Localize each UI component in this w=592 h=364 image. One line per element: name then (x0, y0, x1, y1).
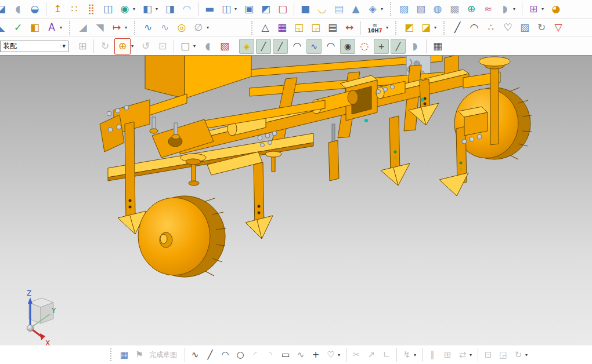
shell-button[interactable]: ◫ (219, 2, 234, 17)
pin-surface-button[interactable]: ▽ (551, 20, 566, 35)
cone-button[interactable]: ▲ (348, 2, 363, 17)
mirror-curve-button[interactable]: ⇄ (456, 348, 470, 362)
lock-a-button[interactable]: ◩ (402, 20, 417, 35)
dimension-pick-button[interactable]: ↦ (109, 20, 124, 35)
tolerance-triangle-button[interactable]: △ (258, 20, 273, 35)
sphere-dropdown-arrow[interactable]: ▾ (381, 6, 386, 12)
trim-body-button[interactable]: ◫ (100, 2, 115, 17)
dashed-body-button[interactable]: ▢ (275, 2, 290, 17)
move-face-button[interactable]: ⊞ (526, 2, 541, 17)
pattern-curve-button[interactable]: ⊞ (441, 348, 454, 362)
coil-spring-button[interactable]: ∿ (140, 20, 156, 35)
geometric-constraints-button[interactable]: ∥ (425, 348, 439, 362)
snap-arc-button[interactable]: ◠ (323, 39, 338, 54)
snap-quadrant-button[interactable]: ◌ (357, 39, 372, 54)
fillet-button[interactable]: ◜ (248, 348, 262, 362)
snap-spline-button[interactable]: ∿ (306, 39, 322, 54)
circles-set-button[interactable]: ◲ (308, 20, 323, 35)
snap-existing-button[interactable]: ╱ (391, 39, 406, 54)
mirror-curve-dropdown-arrow[interactable]: ▾ (470, 352, 475, 358)
separator[interactable] (110, 348, 113, 361)
extension-spring-button[interactable]: ∿ (157, 20, 172, 35)
verify-button[interactable]: ✓ (10, 20, 26, 35)
point-button[interactable]: + (309, 348, 323, 362)
annotation-abc-dropdown-arrow[interactable]: ▾ (60, 25, 65, 30)
show-edges-button[interactable]: ▧ (217, 39, 232, 54)
heart-curve-button[interactable]: ♡ (500, 20, 515, 35)
extrude-button[interactable]: ↥ (50, 2, 65, 17)
sphere-button[interactable]: ◈ (365, 2, 380, 17)
dish-button[interactable]: ◒ (27, 2, 42, 17)
search-fit-button[interactable]: ∞10H7 (364, 20, 385, 35)
point-cloud-button[interactable]: ∴ (483, 20, 499, 35)
flow-surface-button[interactable]: ≈ (481, 2, 496, 17)
make-corner-button[interactable]: ∟ (380, 348, 394, 362)
rectangle-button[interactable]: ▭ (279, 348, 293, 362)
select-box-button[interactable]: ▢ (178, 39, 193, 54)
quick-extend-button[interactable]: ↗ (364, 348, 378, 362)
sheet-book-dropdown-arrow[interactable]: ▾ (513, 6, 518, 12)
torus-button[interactable]: ◎ (174, 20, 189, 35)
offset-extract-button[interactable]: ⊡ (481, 348, 495, 362)
pattern-feature-button[interactable]: ∷ (67, 2, 82, 17)
rotate-component-button[interactable]: ↺ (138, 39, 153, 54)
lock-b-dropdown-arrow[interactable]: ▾ (434, 25, 439, 30)
sheet-bend-button[interactable]: ◖ (10, 2, 26, 17)
task-combobox[interactable]: 装配 ▼ (0, 41, 68, 52)
hook-curve-button[interactable]: ↻ (534, 20, 549, 35)
curve-gauge-button[interactable]: ⊕ (464, 2, 479, 17)
grid-button[interactable]: ▦ (430, 39, 445, 54)
assembly-constraints-button[interactable]: ⊡ (155, 39, 170, 54)
snap-surface-button[interactable]: ◗ (407, 39, 423, 54)
bend-sheet-button[interactable]: ◡ (315, 2, 330, 17)
annotation-abc-button[interactable]: A (44, 20, 59, 35)
soft-pick-button[interactable]: ◖ (200, 39, 215, 54)
snap-intersection-button[interactable]: + (374, 39, 389, 54)
no-spring-dropdown-arrow[interactable]: ▾ (207, 25, 212, 30)
left-wheel[interactable] (138, 196, 226, 277)
select-box-dropdown-arrow[interactable]: ▾ (193, 43, 198, 49)
offset-curve-button[interactable]: ♡ (324, 348, 338, 362)
sheet-book-button[interactable]: ◗ (497, 2, 512, 17)
move-face-dropdown-arrow[interactable]: ▾ (542, 6, 547, 12)
studio-spline-button[interactable]: ∿ (294, 348, 308, 362)
dimension-style-button[interactable]: ↔ (342, 20, 357, 35)
snap-center-button[interactable]: ◉ (340, 39, 355, 54)
boolean-dropdown-arrow[interactable]: ▾ (133, 6, 138, 12)
pad-button[interactable]: ▤ (331, 2, 346, 17)
patch-surface-button[interactable]: ▨ (517, 20, 532, 35)
shell-dropdown-arrow[interactable]: ▾ (234, 6, 240, 12)
check-model-button[interactable]: ◧ (27, 20, 42, 35)
rapid-dimension-button[interactable]: ↯ (400, 348, 414, 362)
datum-button[interactable]: ◣ (0, 20, 9, 35)
circle-button[interactable]: ○ (233, 348, 247, 362)
ruled-surface-button[interactable]: ▨ (396, 2, 411, 17)
flange-button[interactable]: ◪ (0, 2, 9, 17)
move-component-button[interactable]: ⊕ (114, 38, 131, 54)
replace-component-button[interactable]: ↻ (98, 39, 113, 54)
emboss-button[interactable]: ◩ (258, 2, 273, 17)
pocket-button[interactable]: ▣ (241, 2, 257, 17)
finish-sketch-flag-button[interactable]: ⚑ (132, 348, 146, 362)
search-fit-dropdown-arrow[interactable]: ▾ (386, 25, 391, 30)
derived-lines-button[interactable]: ◲ (496, 348, 510, 362)
snap-endpoint-button[interactable]: ╱ (256, 39, 271, 54)
slab-button[interactable]: ▬ (202, 2, 217, 17)
combobox-arrow-icon[interactable]: ▼ (60, 44, 68, 49)
deform-body-button[interactable]: ◕ (548, 2, 564, 17)
line-2pt-button[interactable]: ╱ (450, 20, 465, 35)
quick-trim-button[interactable]: ✂ (349, 348, 363, 362)
reattach-dropdown-arrow[interactable]: ▾ (525, 352, 530, 358)
arc-3pt-button[interactable]: ◠ (467, 20, 482, 35)
snap-point-button[interactable]: ◈ (239, 39, 254, 54)
snap-fillet-button[interactable]: ◠ (290, 39, 305, 54)
3d-viewport-canvas[interactable]: Z Y X (0, 56, 592, 345)
rapid-dimension-dropdown-arrow[interactable]: ▾ (414, 352, 419, 358)
profile-button[interactable]: ∿ (188, 348, 202, 362)
line-button[interactable]: ╱ (203, 348, 217, 362)
3d-viewport[interactable]: Z Y X (0, 55, 592, 345)
sweep-sheet-button[interactable]: ◠ (179, 2, 194, 17)
offset-curve-dropdown-arrow[interactable]: ▾ (338, 352, 343, 358)
no-spring-button[interactable]: ∅ (191, 20, 206, 35)
studio-surface-button[interactable]: ▩ (447, 2, 462, 17)
